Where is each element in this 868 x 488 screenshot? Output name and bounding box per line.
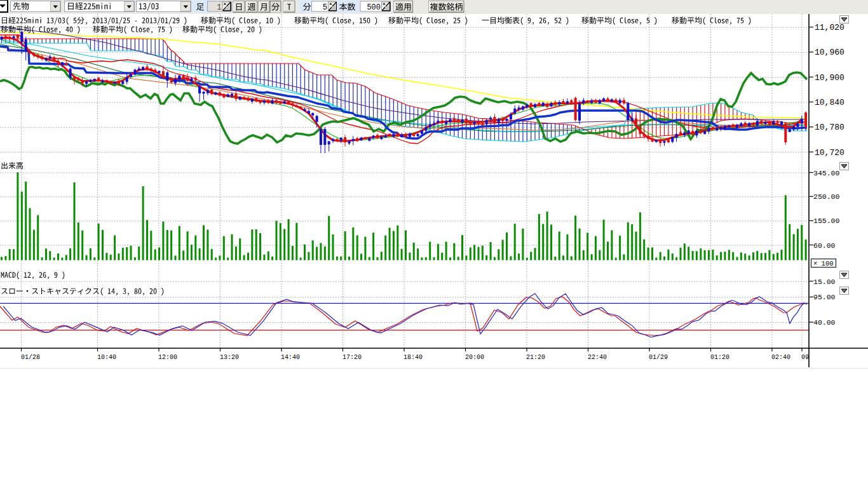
svg-text:14:40: 14:40 (281, 354, 300, 361)
svg-text:01/28: 01/28 (21, 354, 40, 361)
svg-text:15.00: 15.00 (813, 278, 836, 286)
svg-text:12:00: 12:00 (158, 354, 177, 361)
svg-text:10,720: 10,720 (815, 148, 844, 158)
svg-text:01/29: 01/29 (649, 354, 668, 361)
svg-text:1: 1 (217, 3, 221, 12)
svg-text:13:20: 13:20 (220, 354, 239, 361)
svg-text:18:40: 18:40 (403, 354, 423, 361)
svg-text:11,020: 11,020 (815, 23, 844, 32)
svg-text:10:40: 10:40 (97, 354, 116, 361)
svg-text:5: 5 (323, 3, 327, 12)
svg-text:10,780: 10,780 (815, 123, 844, 132)
svg-text:01:20: 01:20 (710, 354, 729, 361)
svg-text:60.00: 60.00 (813, 241, 836, 250)
svg-text:95.00: 95.00 (813, 293, 836, 301)
svg-text:21:20: 21:20 (526, 354, 545, 361)
svg-text:09: 09 (801, 354, 809, 361)
svg-text:10,840: 10,840 (815, 98, 844, 107)
svg-text:155.00: 155.00 (813, 217, 840, 225)
svg-text:40.00: 40.00 (813, 318, 836, 327)
svg-text:22:40: 22:40 (588, 354, 607, 361)
svg-text:20:00: 20:00 (465, 354, 484, 361)
svg-text:250.00: 250.00 (813, 193, 840, 201)
svg-text:× 100: × 100 (813, 260, 834, 268)
svg-text:10,900: 10,900 (815, 73, 844, 83)
svg-text:17:20: 17:20 (342, 354, 362, 361)
svg-text:345.00: 345.00 (813, 169, 840, 177)
svg-text:500: 500 (367, 3, 381, 12)
svg-text:02:40: 02:40 (771, 354, 790, 361)
svg-text:10,960: 10,960 (815, 48, 844, 57)
